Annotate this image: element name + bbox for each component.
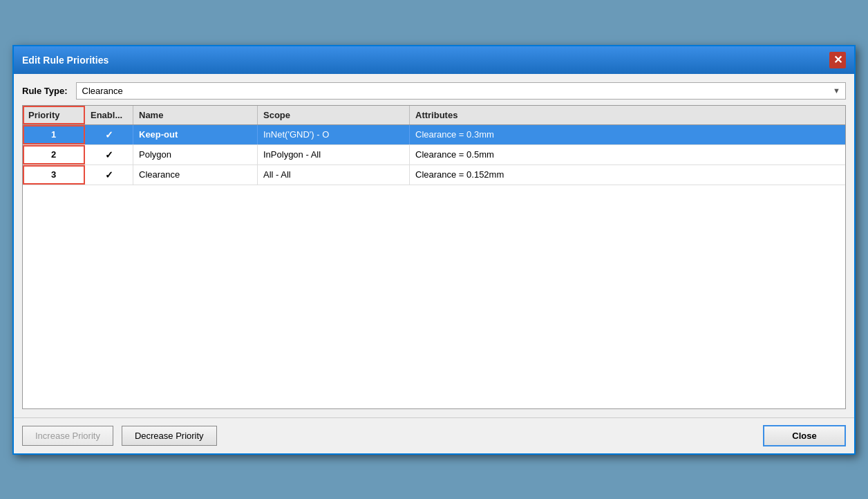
scope-cell-2: InPolygon - All xyxy=(258,145,410,164)
footer: Increase Priority Decrease Priority Clos… xyxy=(14,417,854,453)
enabled-cell-3: ✓ xyxy=(85,165,133,185)
table-header: Priority Enabl... Name Scope Attributes xyxy=(23,106,845,125)
attributes-cell-3: Clearance = 0.152mm xyxy=(410,165,845,185)
dialog-title: Edit Rule Priorities xyxy=(22,55,108,66)
rule-type-select-wrapper: Clearance Short-Circuit UnRouted Net Wid… xyxy=(76,82,847,100)
edit-rule-priorities-dialog: Edit Rule Priorities ✕ Rule Type: Cleara… xyxy=(12,45,856,455)
priority-cell-1: 1 xyxy=(23,125,85,144)
rule-type-label: Rule Type: xyxy=(22,86,68,96)
col-scope: Scope xyxy=(258,106,410,124)
col-attributes: Attributes xyxy=(410,106,845,124)
close-icon-button[interactable]: ✕ xyxy=(829,52,846,68)
increase-priority-button[interactable]: Increase Priority xyxy=(22,426,113,446)
enabled-cell-1: ✓ xyxy=(85,125,133,144)
checkbox-checked-icon: ✓ xyxy=(105,129,113,140)
decrease-priority-button[interactable]: Decrease Priority xyxy=(122,426,217,446)
table-row[interactable]: 3 ✓ Clearance All - All Clearance = 0.15… xyxy=(23,165,845,185)
priority-cell-3: 3 xyxy=(23,165,85,185)
enabled-cell-2: ✓ xyxy=(85,145,133,164)
name-cell-3: Clearance xyxy=(133,165,258,185)
scope-cell-3: All - All xyxy=(258,165,410,185)
table-row[interactable]: 2 ✓ Polygon InPolygon - All Clearance = … xyxy=(23,145,845,165)
table-body: 1 ✓ Keep-out InNet('GND') - O Clearance … xyxy=(23,125,845,388)
attributes-cell-2: Clearance = 0.5mm xyxy=(410,145,845,164)
col-priority: Priority xyxy=(23,106,85,124)
table-row[interactable]: 1 ✓ Keep-out InNet('GND') - O Clearance … xyxy=(23,125,845,145)
scope-cell-1: InNet('GND') - O xyxy=(258,125,410,144)
priority-cell-2: 2 xyxy=(23,145,85,164)
title-bar: Edit Rule Priorities ✕ xyxy=(14,46,854,74)
checkbox-checked-icon: ✓ xyxy=(105,169,113,180)
rule-type-select[interactable]: Clearance Short-Circuit UnRouted Net Wid… xyxy=(76,82,847,100)
rule-type-row: Rule Type: Clearance Short-Circuit UnRou… xyxy=(22,82,846,100)
rules-table: Priority Enabl... Name Scope Attributes … xyxy=(22,105,846,409)
name-cell-1: Keep-out xyxy=(133,125,258,144)
col-enabled: Enabl... xyxy=(85,106,133,124)
checkbox-checked-icon: ✓ xyxy=(105,149,113,160)
col-name: Name xyxy=(133,106,258,124)
dialog-body: Rule Type: Clearance Short-Circuit UnRou… xyxy=(14,74,854,417)
attributes-cell-1: Clearance = 0.3mm xyxy=(410,125,845,144)
close-button[interactable]: Close xyxy=(763,425,846,446)
name-cell-2: Polygon xyxy=(133,145,258,164)
